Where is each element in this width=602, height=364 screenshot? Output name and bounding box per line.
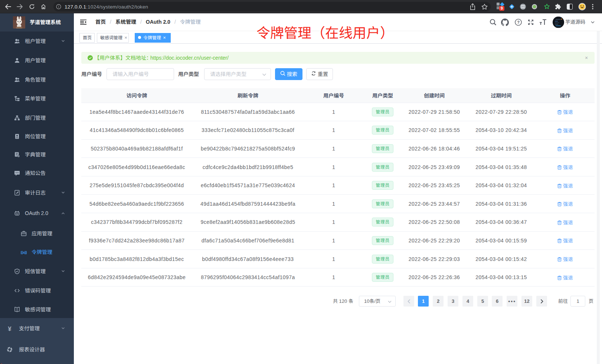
svg-text:9: 9 (501, 6, 503, 10)
svg-text:?: ? (517, 20, 520, 24)
svg-text:¥: ¥ (8, 325, 12, 331)
svg-text:((a)): ((a)) (21, 250, 27, 254)
